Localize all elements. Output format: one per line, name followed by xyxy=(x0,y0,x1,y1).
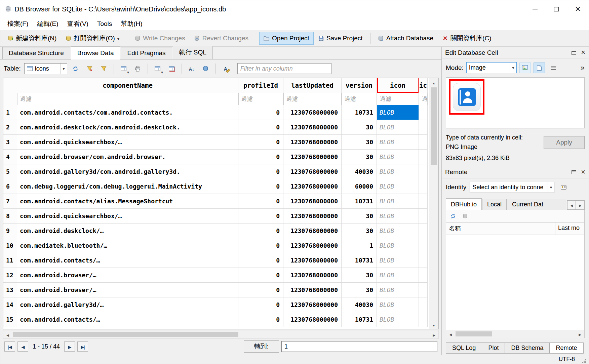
cell-profileId[interactable]: 0 xyxy=(238,268,283,283)
scroll-left-button[interactable] xyxy=(3,330,12,338)
open-project-button[interactable]: Open Project xyxy=(259,32,314,45)
apply-button[interactable]: Apply xyxy=(544,136,585,149)
cell-componentName[interactable]: com.android.browser/… xyxy=(17,268,238,283)
menu-file[interactable]: 檔案(F) xyxy=(3,18,33,30)
col-componentName[interactable]: componentName xyxy=(17,78,238,93)
cell-lastUpdated[interactable]: 1230768000000 xyxy=(283,297,342,312)
resize-grip[interactable] xyxy=(582,359,587,364)
export-records-dropdown-arrow[interactable] xyxy=(161,70,163,75)
cell-componentName[interactable]: com.android.contacts/com.android.contact… xyxy=(17,105,238,120)
cell-extra[interactable] xyxy=(419,105,428,120)
prev-page-button[interactable] xyxy=(17,341,28,352)
cell-componentName[interactable]: com.android.contacts/alias.MessageShortc… xyxy=(17,194,238,209)
cell-icon[interactable]: BLOB xyxy=(377,150,419,164)
print-button[interactable] xyxy=(132,63,144,74)
scroll-up-button[interactable] xyxy=(429,78,438,87)
cell-version[interactable]: 10731 xyxy=(342,312,377,327)
filter-profileId[interactable]: 過濾 xyxy=(238,93,283,105)
delete-record-button[interactable] xyxy=(166,63,178,74)
cell-extra[interactable] xyxy=(419,253,428,268)
scroll-down-button[interactable] xyxy=(429,320,438,329)
cell-extra[interactable] xyxy=(419,209,428,224)
row-number[interactable]: 4 xyxy=(3,150,17,164)
cell-version[interactable]: 10731 xyxy=(342,194,377,209)
cell-icon[interactable]: BLOB xyxy=(377,120,419,135)
overflow-button[interactable] xyxy=(581,64,585,72)
table-select[interactable]: icons xyxy=(24,63,67,74)
next-page-button[interactable] xyxy=(64,341,75,352)
export-records-button[interactable] xyxy=(152,63,163,74)
cell-componentName[interactable]: com.android.quicksearchbox/… xyxy=(17,209,238,224)
row-number[interactable]: 5 xyxy=(3,164,17,179)
cell-lastUpdated[interactable]: 1230768000000 xyxy=(283,283,342,297)
horizontal-scrollbar[interactable] xyxy=(3,330,439,339)
cell-lastUpdated[interactable]: 1230768000000 xyxy=(283,164,342,179)
cell-lastUpdated[interactable]: 1230768000000 xyxy=(283,179,342,194)
row-number[interactable]: 9 xyxy=(3,224,17,238)
sort-edit-button[interactable] xyxy=(220,63,231,74)
cell-extra[interactable] xyxy=(419,164,428,179)
sort-asc-button[interactable] xyxy=(186,63,197,74)
cell-profileId[interactable]: 0 xyxy=(238,312,283,327)
filter-extra[interactable]: 過濾 xyxy=(419,93,428,105)
identity-select[interactable]: Select an identity to conne xyxy=(470,182,554,193)
goto-button[interactable]: 轉到: xyxy=(244,340,279,353)
close-panel-icon[interactable] xyxy=(581,49,585,56)
cell-extra[interactable] xyxy=(419,120,428,135)
cell-icon[interactable]: BLOB xyxy=(377,105,419,120)
cell-lastUpdated[interactable]: 1230768000000 xyxy=(283,224,342,238)
remote-col-name[interactable]: 名稱 xyxy=(446,223,555,235)
col-lastUpdated[interactable]: lastUpdated xyxy=(283,78,342,93)
tab-plot[interactable]: Plot xyxy=(482,342,505,354)
tab-edit-pragmas[interactable]: Edit Pragmas xyxy=(121,47,172,59)
cell-componentName[interactable]: com.android.quicksearchbox/… xyxy=(17,135,238,150)
cell-lastUpdated[interactable]: 1230768000000 xyxy=(283,150,342,164)
tab-scroll-left-button[interactable] xyxy=(567,200,576,210)
cell-profileId[interactable]: 0 xyxy=(238,179,283,194)
remote-horizontal-scrollbar[interactable] xyxy=(446,330,584,338)
cell-lastUpdated[interactable]: 1230768000000 xyxy=(283,135,342,150)
refresh-button[interactable] xyxy=(70,63,81,74)
cell-lastUpdated[interactable]: 1230768000000 xyxy=(283,238,342,253)
vertical-scrollbar[interactable] xyxy=(429,78,438,329)
cell-extra[interactable] xyxy=(419,312,428,327)
cell-extra[interactable] xyxy=(419,283,428,297)
vertical-scroll-track[interactable] xyxy=(429,87,438,320)
cell-componentName[interactable]: com.android.gallery3d/… xyxy=(17,297,238,312)
remote-scroll-track[interactable] xyxy=(455,330,576,338)
filter-icon[interactable]: 過濾 xyxy=(377,93,419,105)
cell-componentName[interactable]: com.mediatek.bluetooth/… xyxy=(17,238,238,253)
image-view-button[interactable] xyxy=(534,63,545,73)
cell-icon[interactable]: BLOB xyxy=(377,297,419,312)
cell-componentName[interactable]: com.android.deskclock/com.android.deskcl… xyxy=(17,120,238,135)
cell-version[interactable]: 30 xyxy=(342,224,377,238)
scroll-right-button[interactable] xyxy=(430,330,438,338)
cell-componentName[interactable]: com.android.gallery3d/com.android.galler… xyxy=(17,164,238,179)
cell-profileId[interactable]: 0 xyxy=(238,164,283,179)
clear-filters-button[interactable] xyxy=(84,63,95,74)
cell-extra[interactable] xyxy=(419,268,428,283)
save-project-button[interactable]: Save Project xyxy=(314,32,367,45)
insert-record-dropdown-arrow[interactable] xyxy=(127,70,129,75)
cell-version[interactable]: 10731 xyxy=(342,253,377,268)
open-database-dropdown-arrow[interactable] xyxy=(117,35,120,42)
row-number[interactable]: 11 xyxy=(3,253,17,268)
cell-profileId[interactable]: 0 xyxy=(238,209,283,224)
cell-lastUpdated[interactable]: 1230768000000 xyxy=(283,253,342,268)
mode-select[interactable]: Image xyxy=(466,62,517,73)
cell-version[interactable]: 30 xyxy=(342,120,377,135)
cell-componentName[interactable]: com.android.browser/… xyxy=(17,283,238,297)
remote-scroll-thumb[interactable] xyxy=(456,331,492,336)
float-panel-icon[interactable] xyxy=(572,170,576,174)
cell-icon[interactable]: BLOB xyxy=(377,312,419,327)
tab-sql-log[interactable]: SQL Log xyxy=(446,342,482,354)
cell-lastUpdated[interactable]: 1230768000000 xyxy=(283,194,342,209)
remote-col-lastmodified[interactable]: Last mo xyxy=(555,223,584,235)
cell-version[interactable]: 60000 xyxy=(342,179,377,194)
word-wrap-button[interactable] xyxy=(548,63,559,73)
cell-componentName[interactable]: com.android.contacts/… xyxy=(17,312,238,327)
cell-version[interactable]: 1 xyxy=(342,238,377,253)
row-number[interactable]: 1 xyxy=(3,105,17,120)
row-number[interactable]: 2 xyxy=(3,120,17,135)
cell-componentName[interactable]: com.android.deskclock/… xyxy=(17,224,238,238)
